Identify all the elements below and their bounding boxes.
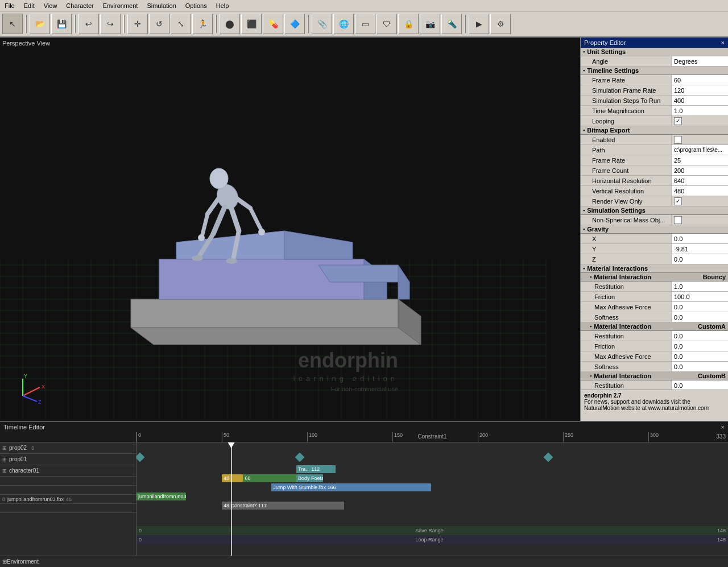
- camera-button[interactable]: 📷: [420, 14, 440, 34]
- non-spherical-checkbox[interactable]: [674, 216, 682, 224]
- cylinder-button[interactable]: ⬛: [241, 14, 262, 34]
- select-tool-button[interactable]: ↖: [2, 14, 23, 34]
- path-value[interactable]: c:\program files\e...: [671, 145, 728, 155]
- vert-res-value[interactable]: 480: [671, 186, 728, 196]
- bitmap-export-header[interactable]: ▪ Bitmap Export: [581, 126, 728, 135]
- render-view-checkbox[interactable]: [674, 197, 682, 205]
- grav-z-value[interactable]: 0.0: [671, 254, 728, 264]
- sim-steps-value[interactable]: 400: [671, 96, 728, 105]
- menu-environment[interactable]: Environment: [98, 1, 143, 10]
- menu-edit[interactable]: Edit: [19, 1, 39, 10]
- sim-framerate-value[interactable]: 120: [671, 85, 728, 95]
- framerate-value[interactable]: 60: [671, 75, 728, 85]
- menu-character[interactable]: Character: [61, 1, 98, 10]
- bmp-framerate-value[interactable]: 25: [671, 155, 728, 165]
- sphere-button[interactable]: ⬤: [220, 14, 240, 34]
- gravity-header[interactable]: ▪ Gravity: [581, 225, 728, 234]
- bar-character01-constraint[interactable]: Tra... 112: [296, 465, 336, 473]
- timeline-bars[interactable]: Tra... 112 48 60 Body Foetal 1 105 Jump …: [136, 442, 728, 556]
- move-button[interactable]: ✛: [127, 14, 148, 34]
- redo-button[interactable]: ↪: [100, 14, 121, 34]
- wall-button[interactable]: ▭: [355, 14, 375, 34]
- lock-button[interactable]: 🔒: [398, 14, 419, 34]
- bar-body-foetal-1[interactable]: Body Foetal 1 105: [296, 474, 323, 482]
- bouncy-restitution-value[interactable]: 1.0: [671, 282, 728, 291]
- bar-body-foetal-48-label: 48: [224, 475, 229, 481]
- menu-help[interactable]: Help: [212, 1, 234, 10]
- save-button[interactable]: 💾: [51, 14, 72, 34]
- timeline-content[interactable]: Constraint1 333 0 50 100 150 200 250 300: [136, 432, 728, 556]
- customa-friction-value[interactable]: 0.0: [671, 341, 728, 351]
- customb-restitution-value[interactable]: 0.0: [671, 380, 728, 390]
- play-button[interactable]: ▶: [469, 14, 489, 34]
- shield-button[interactable]: 🛡: [377, 14, 397, 34]
- sim-settings-header[interactable]: ▪ Simulation Settings: [581, 206, 728, 215]
- customa-restitution-value[interactable]: 0.0: [671, 331, 728, 341]
- bouncy-header[interactable]: ▪ Material Interaction Bouncy: [581, 273, 728, 282]
- customa-softness-value[interactable]: 0.0: [671, 362, 728, 371]
- bar-jump-stumble[interactable]: Jump With Stumble.fbx 166: [271, 483, 431, 491]
- bouncy-adhesive-value[interactable]: 0.0: [671, 302, 728, 312]
- timeline-settings-header[interactable]: ▪ Timeline Settings: [581, 67, 728, 75]
- horiz-res-value[interactable]: 640: [671, 176, 728, 185]
- bar-body-foetal-48[interactable]: 48: [222, 474, 243, 482]
- customb-header[interactable]: ▪ Material Interaction CustomB: [581, 372, 728, 380]
- menu-file[interactable]: File: [0, 1, 19, 10]
- svg-rect-0: [0, 38, 580, 421]
- grav-x-value[interactable]: 0.0: [671, 234, 728, 243]
- expand-character01-icon[interactable]: ⊞: [2, 468, 7, 474]
- pe-row-bouncy-softness: Softness 0.0: [581, 312, 728, 322]
- enabled-value[interactable]: [671, 135, 728, 144]
- pose-button[interactable]: 🏃: [192, 14, 213, 34]
- non-spherical-value[interactable]: [671, 215, 728, 225]
- capsule-button[interactable]: 💊: [263, 14, 283, 34]
- looping-value[interactable]: [671, 116, 728, 126]
- menu-options[interactable]: Options: [181, 1, 212, 10]
- open-button[interactable]: 📂: [30, 14, 50, 34]
- svg-marker-39: [131, 299, 398, 328]
- light-button[interactable]: 🔦: [441, 14, 462, 34]
- enabled-checkbox[interactable]: [674, 136, 682, 144]
- render-view-value[interactable]: [671, 196, 728, 206]
- expand-prop02-icon[interactable]: ⊞: [2, 445, 7, 451]
- pe-close-button[interactable]: ×: [721, 39, 725, 46]
- customa-header[interactable]: ▪ Material Interaction CustomA: [581, 322, 728, 331]
- undo-button[interactable]: ↩: [78, 14, 99, 34]
- frame-count-value[interactable]: 200: [671, 165, 728, 175]
- expand-env-icon[interactable]: ⊞: [2, 558, 7, 565]
- time-mag-value[interactable]: 1.0: [671, 106, 728, 115]
- bar-body-foetal-60[interactable]: 60: [243, 474, 296, 482]
- environment-row[interactable]: ⊞ Environment: [0, 556, 728, 567]
- track-jumprun-frame: 48: [66, 496, 72, 502]
- grav-y-value[interactable]: -9.81: [671, 244, 728, 254]
- viewport[interactable]: Perspective View: [0, 38, 580, 421]
- looping-checkbox[interactable]: [674, 117, 682, 125]
- ruler-tick-0: 0: [136, 432, 141, 442]
- angle-value[interactable]: Degrees: [671, 56, 728, 66]
- track-character01[interactable]: ⊞ character01: [0, 465, 136, 477]
- expand-prop01-icon[interactable]: ⊞: [2, 457, 7, 462]
- toolbar-sep-4: [216, 15, 217, 33]
- bouncy-softness-value[interactable]: 0.0: [671, 312, 728, 322]
- pe-row-path: Path c:\program files\e...: [581, 145, 728, 155]
- bar-constraint7[interactable]: 48 Constraint7 117: [222, 502, 344, 510]
- pe-content[interactable]: ▪ Unit Settings Angle Degrees ▪ Timeline…: [581, 48, 728, 390]
- playhead[interactable]: [231, 442, 232, 556]
- box-button[interactable]: 🔷: [284, 14, 305, 34]
- material-interactions-header[interactable]: ▪ Material Interactions: [581, 264, 728, 273]
- track-prop02[interactable]: ⊞ prop02 0: [0, 442, 136, 454]
- rotate-button[interactable]: ↺: [149, 14, 169, 34]
- menu-simulation[interactable]: Simulation: [142, 1, 180, 10]
- constraint-button[interactable]: 📎: [312, 14, 332, 34]
- bouncy-friction-value[interactable]: 100.0: [671, 292, 728, 301]
- track-prop01[interactable]: ⊞ prop01: [0, 454, 136, 465]
- globe-button[interactable]: 🌐: [333, 14, 354, 34]
- customa-adhesive-value[interactable]: 0.0: [671, 351, 728, 361]
- unit-settings-header[interactable]: ▪ Unit Settings: [581, 48, 728, 56]
- bouncy-collapse-icon: ▪: [590, 274, 592, 280]
- timeline-close-button[interactable]: ×: [721, 424, 725, 431]
- settings-button[interactable]: ⚙: [490, 14, 511, 34]
- menu-view[interactable]: View: [39, 1, 62, 10]
- scale-button[interactable]: ⤡: [171, 14, 191, 34]
- bar-jumpnilandfromrun[interactable]: jumpnilandfromrun03.fbx: [136, 492, 186, 500]
